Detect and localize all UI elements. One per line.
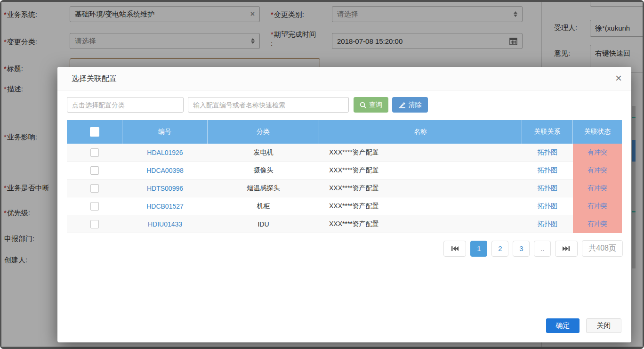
- config-code-link[interactable]: HDAL01926: [122, 144, 208, 161]
- config-name: XXX****资产配置: [319, 179, 522, 197]
- row-checkbox[interactable]: [90, 220, 99, 228]
- clear-pencil-icon: [399, 102, 406, 108]
- frame-edge: [0, 0, 644, 2]
- row-checkbox[interactable]: [90, 166, 99, 175]
- config-table: 编号 分类 名称 关联关系 关联状态 HDAL01926 发电机 XXX****…: [67, 120, 622, 233]
- row-checkbox[interactable]: [90, 202, 99, 211]
- clear-button[interactable]: 清除: [392, 97, 428, 113]
- config-name: XXX****资产配置: [319, 162, 522, 179]
- header-category: 分类: [208, 120, 319, 144]
- total-pages-label: 共408页: [582, 240, 623, 257]
- scrollbar-mark: [632, 117, 636, 118]
- page-2-button[interactable]: 2: [491, 241, 508, 257]
- query-button[interactable]: 查询: [354, 97, 388, 113]
- config-category: IDU: [208, 215, 319, 233]
- config-name: XXX****资产配置: [319, 197, 522, 215]
- confirm-button[interactable]: 确定: [546, 318, 580, 333]
- checkbox-cell: [67, 197, 122, 215]
- close-button[interactable]: 关闭: [586, 318, 621, 333]
- topology-link[interactable]: 拓扑图: [522, 179, 573, 197]
- topology-link[interactable]: 拓扑图: [522, 144, 573, 161]
- page-3-button[interactable]: 3: [513, 241, 530, 257]
- row-checkbox[interactable]: [90, 148, 99, 157]
- config-category: 发电机: [208, 144, 319, 161]
- conflict-status-badge: 有冲突: [573, 197, 622, 215]
- config-name: XXX****资产配置: [319, 144, 522, 161]
- config-keyword-input[interactable]: [188, 97, 349, 113]
- table-row[interactable]: HDCA00398 摄像头 XXX****资产配置 拓扑图 有冲突: [67, 162, 622, 179]
- page: *业务系统: 基础环境/变电站系统维护 × *变更类别: 请选择 *变更分类: …: [0, 0, 644, 349]
- first-page-icon: [451, 246, 459, 252]
- table-row[interactable]: HDIU01433 IDU XXX****资产配置 拓扑图 有冲突: [67, 215, 622, 233]
- config-category-input[interactable]: [67, 97, 184, 113]
- config-name: XXX****资产配置: [319, 215, 522, 233]
- page-1-button[interactable]: 1: [470, 241, 487, 257]
- table-row[interactable]: HDTS00996 烟温感探头 XXX****资产配置 拓扑图 有冲突: [67, 179, 622, 197]
- header-status: 关联状态: [573, 120, 622, 144]
- topology-link[interactable]: 拓扑图: [522, 215, 573, 233]
- checkbox-cell: [67, 144, 122, 161]
- pagination: 1 2 3 .. 共408页: [443, 240, 623, 257]
- checkbox-cell: [67, 215, 122, 233]
- checkbox-cell: [67, 179, 122, 197]
- config-code-link[interactable]: HDCA00398: [122, 162, 208, 179]
- table-row[interactable]: HDCB01527 机柜 XXX****资产配置 拓扑图 有冲突: [67, 197, 622, 215]
- first-page-button[interactable]: [443, 241, 466, 257]
- frame-edge: [0, 347, 644, 349]
- page-ellipsis[interactable]: ..: [534, 241, 551, 257]
- frame-edge: [0, 0, 1, 349]
- select-all-cell: [67, 120, 122, 144]
- scrollbar-mark: [632, 211, 636, 212]
- config-code-link[interactable]: HDCB01527: [122, 197, 208, 215]
- last-page-icon: [563, 246, 570, 252]
- scrollbar-thumb[interactable]: [632, 140, 636, 162]
- checkbox-cell: [67, 162, 122, 179]
- header-code: 编号: [122, 120, 208, 144]
- search-icon: [360, 102, 366, 108]
- topology-link[interactable]: 拓扑图: [522, 162, 573, 179]
- config-category: 机柜: [208, 197, 319, 215]
- last-page-button[interactable]: [555, 241, 578, 257]
- select-all-checkbox[interactable]: [90, 127, 99, 137]
- table-row[interactable]: HDAL01926 发电机 XXX****资产配置 拓扑图 有冲突: [67, 144, 622, 162]
- config-category: 烟温感探头: [208, 179, 319, 197]
- scrollbar[interactable]: [632, 106, 636, 268]
- config-code-link[interactable]: HDTS00996: [122, 179, 208, 197]
- modal-header: 选择关联配置 ×: [57, 67, 631, 90]
- table-header-row: 编号 分类 名称 关联关系 关联状态: [67, 120, 622, 144]
- select-config-modal: 选择关联配置 × 查询 清除 编号 分类 名称: [57, 67, 631, 342]
- conflict-status-badge: 有冲突: [573, 179, 622, 197]
- conflict-status-badge: 有冲突: [573, 144, 622, 162]
- topology-link[interactable]: 拓扑图: [522, 197, 573, 215]
- modal-title: 选择关联配置: [72, 67, 117, 90]
- header-name: 名称: [319, 120, 522, 144]
- config-code-link[interactable]: HDIU01433: [122, 215, 208, 233]
- config-category: 摄像头: [208, 162, 319, 179]
- row-checkbox[interactable]: [90, 184, 99, 193]
- conflict-status-badge: 有冲突: [573, 162, 622, 179]
- conflict-status-badge: 有冲突: [573, 215, 622, 233]
- close-icon[interactable]: ×: [615, 72, 622, 84]
- header-relation: 关联关系: [522, 120, 573, 144]
